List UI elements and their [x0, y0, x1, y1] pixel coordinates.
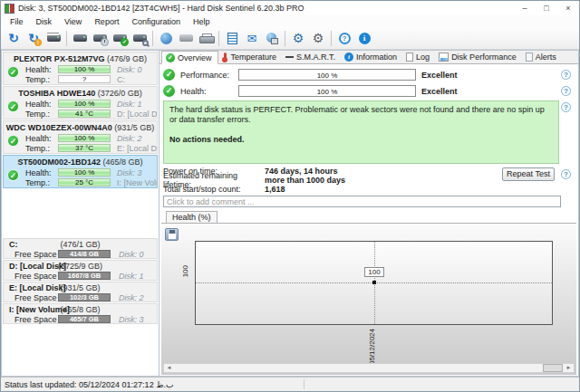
tab-label: Alerts [536, 53, 556, 62]
partition-d[interactable]: D: [Local Disk](3725/9 GB) Free Space166… [3, 260, 158, 281]
health-label: Health: [25, 134, 58, 143]
health-bar: 100 % [58, 168, 111, 177]
close-button[interactable]: × [557, 1, 579, 15]
temp-value: 41 °C [59, 110, 110, 117]
start-stop-count-label: Total start/stop count: [163, 185, 265, 194]
help-icon[interactable]: ? [561, 70, 571, 80]
toolbar-separator [66, 31, 67, 46]
health-value: 100 % [59, 135, 110, 141]
remote-monitoring-icon[interactable] [262, 29, 282, 47]
chart-scrollbar[interactable]: ◄ ► [163, 363, 575, 373]
disk-number: Disk: 2 [112, 293, 157, 302]
performance-row: ✓ Performance: 100 % Excellent [163, 67, 555, 82]
disk-number: Disk: 1 [112, 272, 157, 281]
performance-value: 100 % [239, 70, 415, 80]
tab-disk-performance[interactable]: Disk Performance [435, 51, 522, 63]
tab-smart[interactable]: S.M.A.R.T. [282, 51, 341, 63]
help-icon[interactable]: ? [334, 29, 354, 47]
health-bar: 100 % [58, 65, 111, 73]
check-icon: ✓ [163, 69, 175, 81]
minimize-button[interactable]: – [514, 1, 536, 15]
menu-view[interactable]: View [58, 17, 88, 26]
menu-disk[interactable]: Disk [30, 17, 59, 26]
free-space-label: Free Space [14, 315, 58, 324]
refresh-icon[interactable] [4, 29, 24, 47]
menu-help[interactable]: Help [187, 17, 217, 26]
health-value: 100 % [59, 100, 110, 107]
tab-alerts[interactable]: Alerts [522, 51, 562, 63]
refresh-warning-icon[interactable]: ! [24, 29, 44, 47]
tab-information[interactable]: iInformation [341, 51, 402, 63]
partition-name: C: [9, 240, 18, 249]
temp-bar: ? [58, 75, 111, 83]
help-icon[interactable]: ? [561, 169, 571, 179]
status-text: The hard disk status is PERFECT. Problem… [169, 105, 553, 125]
printer-icon[interactable] [196, 29, 216, 47]
disk-icon[interactable] [70, 29, 90, 47]
partition-i[interactable]: I: [New Volume](465/8 GB) Free Space465/… [3, 303, 158, 324]
disk-name: TOSHIBA HDWE140 [18, 89, 95, 98]
tab-temperature[interactable]: Temperature [218, 51, 283, 63]
chart-tab-health[interactable]: Health (%) [166, 211, 218, 223]
tab-label: Information [356, 53, 397, 62]
info-icon[interactable]: i [354, 29, 374, 47]
status-action-text: No actions needed. [169, 135, 553, 145]
disk-schedule-icon[interactable] [90, 29, 110, 47]
health-label: Health: [180, 87, 233, 96]
toolbar-separator [331, 31, 332, 46]
disk-sidebar: PLEXTOR PX-512M7VG (476/9 GB) ✓ Health:1… [1, 50, 160, 377]
tab-overview[interactable]: ✓Overview [161, 51, 218, 64]
menu-report[interactable]: Report [88, 17, 125, 26]
disk-test-icon[interactable]: ✓ [110, 29, 130, 47]
repeat-test-button[interactable]: Repeat Test [502, 167, 555, 181]
maximize-button[interactable]: □ [536, 1, 557, 15]
health-bar: 100 % [58, 100, 111, 108]
report-icon[interactable] [222, 29, 242, 47]
menu-configuration[interactable]: Configuration [125, 17, 187, 26]
partition-e[interactable]: E: [Local Disk](931/5 GB) Free Space102/… [3, 282, 158, 302]
scroll-thumb[interactable] [543, 364, 563, 372]
log-icon [406, 53, 413, 62]
sidebar-disk-3-selected[interactable]: ST500DM002-1BD142 (465/8 GB) ✓ Health:10… [3, 155, 158, 188]
health-bar: 100 % [58, 134, 111, 142]
disk-title: ST500DM002-1BD142 (465/8 GB) [4, 157, 157, 167]
disk-stats: Power on time:746 days, 14 hours Estimat… [163, 167, 345, 194]
mail-icon[interactable] [242, 29, 262, 47]
tab-label: S.M.A.R.T. [296, 53, 335, 62]
tabbar: ✓Overview Temperature S.M.A.R.T. iInform… [160, 51, 578, 64]
menu-file[interactable]: File [4, 17, 30, 26]
alerts-icon [526, 53, 533, 62]
removable-disk-icon[interactable] [176, 29, 196, 47]
network-status-icon[interactable] [156, 29, 176, 47]
sidebar-disk-1[interactable]: TOSHIBA HDWE140 (3726/0 GB) ✓ Health:100… [3, 86, 158, 120]
disk-number: Disk: 2 [111, 134, 157, 143]
disk-size: (465/8 GB) [103, 158, 143, 167]
disk-number: Disk: 0 [112, 250, 157, 259]
performance-rating: Excellent [421, 71, 458, 80]
settings-gear-icon[interactable] [288, 29, 308, 47]
health-value: 100 % [59, 66, 110, 72]
drive-letter: C: [111, 75, 157, 84]
help-icon[interactable]: ? [561, 86, 571, 96]
health-label: Health: [25, 100, 58, 109]
disk-number: Disk: 0 [111, 65, 157, 74]
sidebar-disk-0[interactable]: PLEXTOR PX-512M7VG (476/9 GB) ✓ Health:1… [3, 52, 158, 85]
health-chart-section: Health (%) 100 100 05/12/2024 ◄ [161, 211, 576, 375]
data-point [372, 281, 376, 284]
disk-surface-test-icon[interactable] [130, 29, 150, 47]
comment-input[interactable] [163, 196, 561, 207]
save-chart-icon[interactable] [165, 228, 179, 241]
app-icon [5, 4, 14, 14]
partition-c[interactable]: C:(476/1 GB) Free Space414/8 GBDisk: 0 [3, 238, 158, 259]
help-icon[interactable]: ? [561, 102, 571, 112]
preferences-gear-icon[interactable] [308, 29, 328, 47]
free-space-bar: 465/7 GB [58, 315, 111, 323]
sidebar-disk-2[interactable]: WDC WD10EZEX-00WN4A0 (931/5 GB) ✓ Health… [3, 120, 158, 154]
drive-letter: E: [Local Disk] [111, 144, 157, 153]
scroll-left-icon[interactable]: ◄ [164, 364, 174, 372]
scroll-right-icon[interactable]: ► [564, 364, 574, 372]
x-axis-tick: 05/12/2024 [368, 329, 376, 365]
detect-disks-icon[interactable] [44, 29, 63, 47]
temp-label: Temp.: [25, 178, 58, 187]
tab-log[interactable]: Log [402, 51, 435, 63]
